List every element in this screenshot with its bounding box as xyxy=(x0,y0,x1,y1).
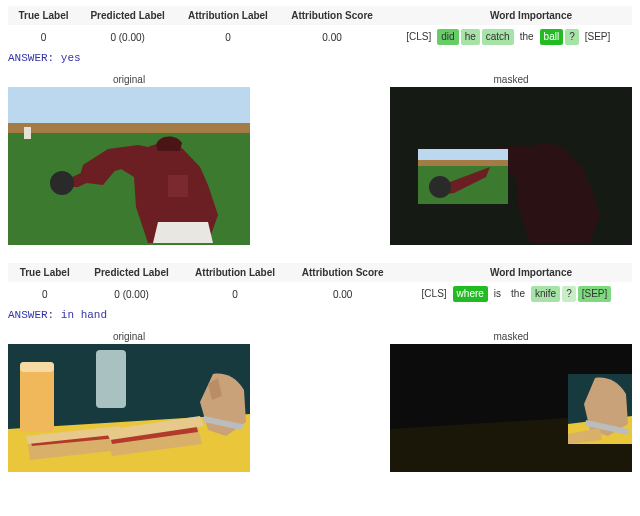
caption-masked-1: masked xyxy=(493,74,528,85)
th-predlabel: Predicted Label xyxy=(81,263,181,282)
svg-rect-3 xyxy=(24,127,31,139)
svg-rect-13 xyxy=(20,362,54,372)
token: [SEP] xyxy=(581,29,615,45)
cell-predlabel: 0 (0.00) xyxy=(79,25,176,49)
cell-truelabel: 0 xyxy=(8,25,79,49)
image-row-1: original masked xyxy=(8,74,632,245)
token: [SEP] xyxy=(578,286,612,302)
caption-masked-2: masked xyxy=(493,331,528,342)
cell-attrscore: 0.00 xyxy=(280,25,385,49)
token: knife xyxy=(531,286,560,302)
token: [CLS] xyxy=(418,286,451,302)
token: did xyxy=(437,29,458,45)
cell-attrlabel: 0 xyxy=(182,282,289,306)
answer-value: yes xyxy=(61,52,81,64)
th-truelabel: True Label xyxy=(8,6,79,25)
token: he xyxy=(461,29,480,45)
th-attrlabel: Attribution Label xyxy=(176,6,279,25)
original-image-baseball xyxy=(8,87,250,245)
svg-rect-0 xyxy=(8,87,250,127)
token: ? xyxy=(562,286,576,302)
token: the xyxy=(516,29,538,45)
original-image-sandwich xyxy=(8,344,250,472)
th-wordimp: Word Importance xyxy=(385,6,632,25)
answer-line-2: ANSWER: in hand xyxy=(8,309,632,321)
cell-wordimportance: [CLS]didhecatchtheball?[SEP] xyxy=(385,25,632,49)
th-attrscore: Attribution Score xyxy=(280,6,385,25)
cell-wordimportance: [CLS]whereistheknife?[SEP] xyxy=(397,282,632,306)
svg-rect-14 xyxy=(96,350,126,408)
attribution-table-1: True Label Predicted Label Attribution L… xyxy=(8,6,632,49)
answer-value: in hand xyxy=(61,309,107,321)
cell-attrlabel: 0 xyxy=(176,25,279,49)
answer-line-1: ANSWER: yes xyxy=(8,52,632,64)
cell-predlabel: 0 (0.00) xyxy=(81,282,181,306)
cell-truelabel: 0 xyxy=(8,282,81,306)
svg-rect-9 xyxy=(418,160,508,166)
answer-label: ANSWER: xyxy=(8,52,54,64)
cell-attrscore: 0.00 xyxy=(288,282,396,306)
th-attrlabel: Attribution Label xyxy=(182,263,289,282)
th-predlabel: Predicted Label xyxy=(79,6,176,25)
token: where xyxy=(453,286,488,302)
svg-point-10 xyxy=(429,176,451,198)
th-wordimp: Word Importance xyxy=(397,263,632,282)
svg-rect-4 xyxy=(168,175,188,197)
th-attrscore: Attribution Score xyxy=(288,263,396,282)
caption-original-1: original xyxy=(113,74,145,85)
svg-rect-12 xyxy=(20,362,54,432)
th-truelabel: True Label xyxy=(8,263,81,282)
attribution-table-2: True Label Predicted Label Attribution L… xyxy=(8,263,632,306)
token: ball xyxy=(540,29,564,45)
masked-image-baseball xyxy=(390,87,632,245)
masked-image-sandwich xyxy=(390,344,632,472)
answer-label: ANSWER: xyxy=(8,309,54,321)
image-row-2: original xyxy=(8,331,632,472)
svg-rect-1 xyxy=(8,127,250,245)
token: is xyxy=(490,286,505,302)
svg-point-5 xyxy=(50,171,74,195)
token: the xyxy=(507,286,529,302)
svg-rect-2 xyxy=(8,123,250,133)
token: ? xyxy=(565,29,579,45)
caption-original-2: original xyxy=(113,331,145,342)
token: [CLS] xyxy=(402,29,435,45)
token: catch xyxy=(482,29,514,45)
